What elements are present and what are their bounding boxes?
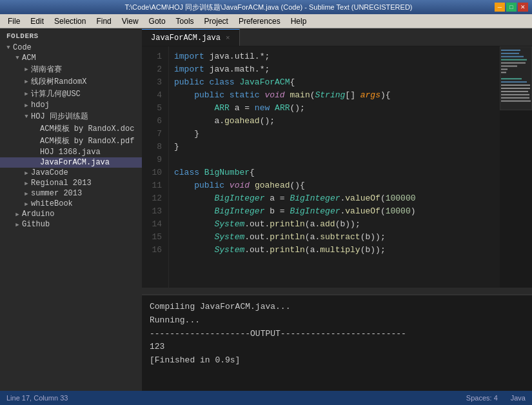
menu-item-file[interactable]: File bbox=[3, 15, 25, 28]
menu-item-edit[interactable]: Edit bbox=[25, 15, 49, 28]
tree-arrow-icon: ▶ bbox=[22, 201, 31, 208]
minimap-visual bbox=[500, 46, 532, 288]
editor-area: JavaForACM.java × 1234567891011121314151… bbox=[142, 28, 532, 391]
tree-item-label: JavaCode bbox=[31, 168, 142, 177]
code-line-5: ARR a = new ARR(); bbox=[174, 102, 495, 115]
menu-item-help[interactable]: Help bbox=[286, 15, 312, 28]
tree-item-label: ACM模板 by RandoX.pdf bbox=[40, 135, 142, 146]
menu-item-selection[interactable]: Selection bbox=[49, 15, 91, 28]
sidebar-item-github[interactable]: ▶Github bbox=[0, 219, 142, 230]
code-line-1: import java.util.*; bbox=[174, 50, 495, 63]
sidebar-item-湖南省赛[interactable]: ▶湖南省赛 bbox=[0, 63, 142, 75]
sidebar-item-hdoj[interactable]: ▶hdoj bbox=[0, 100, 142, 110]
svg-rect-17 bbox=[500, 46, 532, 110]
sidebar-item-acm模板-by-randox.doc[interactable]: ACM模板 by RandoX.doc bbox=[0, 123, 142, 135]
menu-bar: FileEditSelectionFindViewGotoToolsProjec… bbox=[0, 14, 532, 28]
line-number-7: 7 bbox=[142, 128, 162, 141]
tree-arrow-icon: ▶ bbox=[13, 211, 22, 218]
tab-label: JavaForACM.java bbox=[151, 34, 221, 43]
menu-item-view[interactable]: View bbox=[117, 15, 144, 28]
sidebar: FOLDERS ▼Code▼ACM▶湖南省赛▶线段树RandomX▶计算几何@U… bbox=[0, 28, 142, 391]
tree-item-label: Github bbox=[22, 220, 142, 229]
spaces-setting: Spaces: 4 bbox=[466, 394, 498, 402]
code-line-7: } bbox=[174, 128, 495, 141]
status-bar-left: Line 17, Column 33 bbox=[6, 394, 68, 402]
line-number-12: 12 bbox=[142, 192, 162, 205]
sidebar-item-code[interactable]: ▼Code bbox=[0, 43, 142, 53]
tab-bar: JavaForACM.java × bbox=[142, 28, 532, 46]
menu-item-goto[interactable]: Goto bbox=[144, 15, 171, 28]
sidebar-item-hoj-同步训练题[interactable]: ▼HOJ 同步训练题 bbox=[0, 110, 142, 123]
tree-arrow-icon: ▼ bbox=[4, 44, 13, 51]
console-line-2: --------------------OUTPUT--------------… bbox=[150, 328, 524, 341]
maximize-button[interactable]: □ bbox=[506, 3, 517, 12]
code-line-14: System.out.println(a.add(b)); bbox=[174, 218, 495, 231]
menu-item-preferences[interactable]: Preferences bbox=[233, 15, 286, 28]
code-line-10: class BigNumber{ bbox=[174, 166, 495, 179]
tree-item-label: Arduino bbox=[22, 210, 142, 219]
tab-javaforacm[interactable]: JavaForACM.java × bbox=[142, 29, 240, 46]
close-button[interactable]: ✕ bbox=[518, 3, 528, 12]
cursor-position: Line 17, Column 33 bbox=[6, 394, 68, 402]
tree-arrow-icon: ▶ bbox=[22, 170, 31, 177]
sidebar-item-arduino[interactable]: ▶Arduino bbox=[0, 209, 142, 219]
code-line-9 bbox=[174, 153, 495, 166]
tree-item-label: HOJ 同步训练题 bbox=[31, 111, 142, 122]
tree-item-label: ACM模板 by RandoX.doc bbox=[40, 123, 142, 134]
line-number-14: 14 bbox=[142, 218, 162, 231]
line-number-6: 6 bbox=[142, 115, 162, 128]
line-numbers: 12345678910111213141516 bbox=[142, 46, 169, 288]
sidebar-item-regional-2013[interactable]: ▶Regional 2013 bbox=[0, 178, 142, 188]
menu-item-find[interactable]: Find bbox=[91, 15, 116, 28]
console-output: Compiling JavaForACM.java...Running...--… bbox=[142, 294, 532, 391]
sidebar-item-线段树randomx[interactable]: ▶线段树RandomX bbox=[0, 75, 142, 88]
line-number-2: 2 bbox=[142, 63, 162, 76]
sidebar-item-javaforacm.java[interactable]: JavaForACM.java bbox=[0, 157, 142, 168]
title-text: T:\Code\ACM\HOJ 同步训练题\JavaForACM.java (C… bbox=[43, 3, 495, 12]
code-line-12: BigInteger a = BigInteger.valueOf(100000 bbox=[174, 192, 495, 205]
line-number-9: 9 bbox=[142, 153, 162, 166]
code-line-16: System.out.println(a.multiply(b)); bbox=[174, 244, 495, 257]
code-line-4: public static void main(String[] args){ bbox=[174, 89, 495, 102]
sidebar-item-acm模板-by-randox.pdf[interactable]: ACM模板 by RandoX.pdf bbox=[0, 135, 142, 147]
line-number-11: 11 bbox=[142, 179, 162, 192]
minimap bbox=[500, 46, 532, 288]
line-number-3: 3 bbox=[142, 76, 162, 89]
minimize-button[interactable]: ─ bbox=[495, 3, 505, 12]
line-number-10: 10 bbox=[142, 166, 162, 179]
code-line-2: import java.math.*; bbox=[174, 63, 495, 76]
line-number-16: 16 bbox=[142, 244, 162, 257]
tree-item-label: whiteBook bbox=[31, 199, 142, 208]
code-line-8: } bbox=[174, 141, 495, 153]
tree-arrow-icon: ▶ bbox=[22, 180, 31, 187]
menu-item-project[interactable]: Project bbox=[199, 15, 233, 28]
tree-item-label: hdoj bbox=[31, 101, 142, 110]
code-editor[interactable]: 12345678910111213141516 import java.util… bbox=[142, 46, 532, 288]
console-line-0: Compiling JavaForACM.java... bbox=[150, 301, 524, 314]
code-line-6: a.goahead(); bbox=[174, 115, 495, 128]
line-number-4: 4 bbox=[142, 89, 162, 102]
tree-item-label: ACM bbox=[22, 54, 142, 63]
tree-arrow-icon: ▼ bbox=[13, 55, 22, 61]
sidebar-item-hoj-1368.java[interactable]: HOJ 1368.java bbox=[0, 147, 142, 157]
code-line-13: BigInteger b = BigInteger.valueOf(10000) bbox=[174, 205, 495, 218]
tab-close-button[interactable]: × bbox=[226, 34, 230, 42]
tree-arrow-icon: ▶ bbox=[13, 221, 22, 228]
console-line-1: Running... bbox=[150, 314, 524, 328]
tree-arrow-icon: ▶ bbox=[22, 78, 31, 85]
sidebar-item-javacode[interactable]: ▶JavaCode bbox=[0, 168, 142, 178]
sidebar-item-summer-2013[interactable]: ▶summer 2013 bbox=[0, 188, 142, 199]
tree-item-label: summer 2013 bbox=[31, 189, 142, 198]
line-number-8: 8 bbox=[142, 141, 162, 153]
language-mode: Java bbox=[511, 394, 526, 402]
folders-header: FOLDERS bbox=[0, 28, 142, 43]
horizontal-scrollbar[interactable] bbox=[142, 288, 532, 294]
tree-arrow-icon: ▶ bbox=[22, 102, 31, 109]
tree-item-label: Regional 2013 bbox=[31, 179, 142, 188]
sidebar-item-计算几何@usc[interactable]: ▶计算几何@USC bbox=[0, 88, 142, 100]
sidebar-item-whitebook[interactable]: ▶whiteBook bbox=[0, 199, 142, 209]
menu-item-tools[interactable]: Tools bbox=[171, 15, 199, 28]
code-content[interactable]: import java.util.*;import java.math.*;pu… bbox=[169, 46, 500, 288]
sidebar-item-acm[interactable]: ▼ACM bbox=[0, 53, 142, 63]
tree-arrow-icon: ▶ bbox=[22, 66, 31, 73]
